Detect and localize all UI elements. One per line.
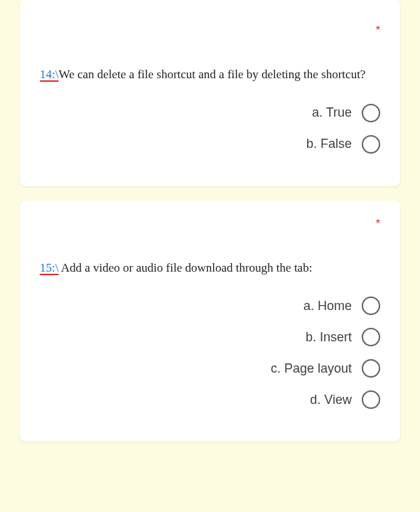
question-card-15: * 15:\ Add a video or audio file downloa… xyxy=(20,201,400,442)
question-number: 14:\ xyxy=(40,68,58,81)
question-body: We can delete a file shortcut and a file… xyxy=(58,68,365,81)
question-text: 15:\ Add a video or audio file download … xyxy=(40,259,380,277)
option-row[interactable]: a. Home xyxy=(40,297,380,315)
option-row[interactable]: c. Page layout xyxy=(40,359,380,378)
radio-button[interactable] xyxy=(362,135,380,154)
option-row[interactable]: a. True xyxy=(40,104,380,122)
radio-button[interactable] xyxy=(362,104,380,122)
option-row[interactable]: b. Insert xyxy=(40,328,380,346)
option-label: b. False xyxy=(306,137,352,151)
option-label: c. Page layout xyxy=(271,361,352,376)
option-label: a. True xyxy=(312,105,352,120)
radio-button[interactable] xyxy=(362,328,380,346)
required-mark: * xyxy=(40,17,380,37)
option-label: d. View xyxy=(310,393,352,407)
option-row[interactable]: b. False xyxy=(40,135,380,154)
question-card-14: * 14:\We can delete a file shortcut and … xyxy=(20,0,400,186)
option-label: b. Insert xyxy=(306,330,352,345)
required-mark: * xyxy=(40,218,380,230)
option-row[interactable]: d. View xyxy=(40,390,380,409)
radio-button[interactable] xyxy=(362,297,380,315)
radio-button[interactable] xyxy=(362,359,380,378)
question-number: 15:\ xyxy=(40,261,58,274)
question-text: 14:\We can delete a file shortcut and a … xyxy=(40,65,380,84)
option-label: a. Home xyxy=(303,299,352,314)
radio-button[interactable] xyxy=(362,390,380,409)
question-body: Add a video or audio file download throu… xyxy=(58,261,312,274)
